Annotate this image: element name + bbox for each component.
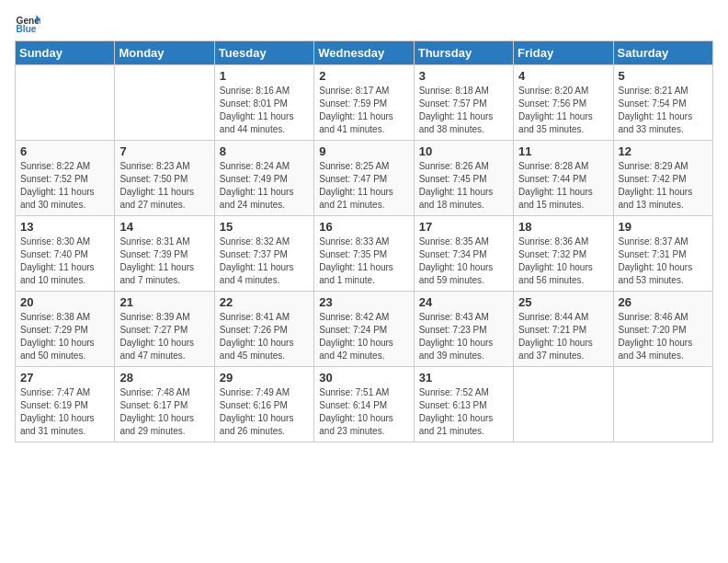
calendar-cell: 20Sunrise: 8:38 AM Sunset: 7:29 PM Dayli… (16, 292, 115, 367)
week-row-1: 1Sunrise: 8:16 AM Sunset: 8:01 PM Daylig… (16, 65, 713, 141)
cell-info: Sunrise: 8:36 AM Sunset: 7:32 PM Dayligh… (518, 236, 608, 287)
cell-info: Sunrise: 7:52 AM Sunset: 6:13 PM Dayligh… (419, 386, 508, 438)
day-number: 29 (220, 371, 309, 385)
cell-info: Sunrise: 8:39 AM Sunset: 7:27 PM Dayligh… (119, 311, 209, 362)
calendar-cell: 30Sunrise: 7:51 AM Sunset: 6:14 PM Dayli… (314, 367, 414, 442)
cell-info: Sunrise: 7:51 AM Sunset: 6:14 PM Dayligh… (319, 386, 408, 438)
calendar-cell (16, 65, 115, 141)
day-number: 28 (119, 371, 209, 385)
day-number: 6 (20, 144, 109, 158)
calendar-cell: 21Sunrise: 8:39 AM Sunset: 7:27 PM Dayli… (115, 292, 214, 367)
week-row-3: 13Sunrise: 8:30 AM Sunset: 7:40 PM Dayli… (16, 216, 713, 292)
calendar-cell: 31Sunrise: 7:52 AM Sunset: 6:13 PM Dayli… (414, 367, 513, 442)
cell-info: Sunrise: 8:17 AM Sunset: 7:59 PM Dayligh… (319, 85, 408, 136)
calendar-cell: 6Sunrise: 8:22 AM Sunset: 7:52 PM Daylig… (16, 141, 115, 216)
calendar-cell: 12Sunrise: 8:29 AM Sunset: 7:42 PM Dayli… (613, 141, 712, 216)
cell-info: Sunrise: 8:33 AM Sunset: 7:35 PM Dayligh… (319, 236, 408, 287)
day-number: 10 (419, 144, 508, 158)
cell-info: Sunrise: 8:37 AM Sunset: 7:31 PM Dayligh… (619, 236, 708, 287)
calendar-cell: 19Sunrise: 8:37 AM Sunset: 7:31 PM Dayli… (613, 216, 712, 292)
calendar-cell: 7Sunrise: 8:23 AM Sunset: 7:50 PM Daylig… (115, 141, 214, 216)
cell-info: Sunrise: 8:23 AM Sunset: 7:50 PM Dayligh… (119, 160, 209, 212)
calendar-cell: 25Sunrise: 8:44 AM Sunset: 7:21 PM Dayli… (514, 292, 613, 367)
cell-info: Sunrise: 7:49 AM Sunset: 6:16 PM Dayligh… (220, 386, 309, 438)
day-number: 3 (419, 69, 508, 83)
cell-info: Sunrise: 8:26 AM Sunset: 7:45 PM Dayligh… (419, 160, 508, 212)
cell-info: Sunrise: 8:32 AM Sunset: 7:37 PM Dayligh… (220, 236, 309, 287)
day-number: 2 (319, 69, 408, 83)
calendar-cell: 1Sunrise: 8:16 AM Sunset: 8:01 PM Daylig… (214, 65, 313, 141)
calendar-cell: 10Sunrise: 8:26 AM Sunset: 7:45 PM Dayli… (414, 141, 513, 216)
calendar: SundayMondayTuesdayWednesdayThursdayFrid… (15, 40, 713, 442)
day-number: 30 (319, 371, 408, 385)
day-header-tuesday: Tuesday (214, 41, 313, 65)
day-number: 24 (419, 295, 508, 309)
week-row-4: 20Sunrise: 8:38 AM Sunset: 7:29 PM Dayli… (16, 292, 713, 367)
day-number: 11 (518, 144, 608, 158)
cell-info: Sunrise: 8:16 AM Sunset: 8:01 PM Dayligh… (220, 85, 309, 136)
calendar-cell: 18Sunrise: 8:36 AM Sunset: 7:32 PM Dayli… (514, 216, 613, 292)
calendar-cell: 9Sunrise: 8:25 AM Sunset: 7:47 PM Daylig… (314, 141, 414, 216)
day-number: 20 (20, 295, 109, 309)
calendar-cell: 23Sunrise: 8:42 AM Sunset: 7:24 PM Dayli… (314, 292, 414, 367)
calendar-cell (514, 367, 613, 442)
calendar-cell: 16Sunrise: 8:33 AM Sunset: 7:35 PM Dayli… (314, 216, 414, 292)
header: General Blue (15, 9, 713, 35)
day-header-friday: Friday (514, 41, 613, 65)
day-number: 27 (20, 371, 109, 385)
day-number: 12 (619, 144, 708, 158)
calendar-cell: 8Sunrise: 8:24 AM Sunset: 7:49 PM Daylig… (214, 141, 313, 216)
logo: General Blue (15, 9, 44, 35)
cell-info: Sunrise: 8:44 AM Sunset: 7:21 PM Dayligh… (518, 311, 608, 362)
calendar-cell: 3Sunrise: 8:18 AM Sunset: 7:57 PM Daylig… (414, 65, 513, 141)
calendar-cell: 4Sunrise: 8:20 AM Sunset: 7:56 PM Daylig… (514, 65, 613, 141)
cell-info: Sunrise: 7:48 AM Sunset: 6:17 PM Dayligh… (119, 386, 209, 438)
day-number: 13 (20, 220, 109, 234)
day-header-wednesday: Wednesday (314, 41, 414, 65)
calendar-cell: 17Sunrise: 8:35 AM Sunset: 7:34 PM Dayli… (414, 216, 513, 292)
cell-info: Sunrise: 8:25 AM Sunset: 7:47 PM Dayligh… (319, 160, 408, 212)
calendar-cell: 22Sunrise: 8:41 AM Sunset: 7:26 PM Dayli… (214, 292, 313, 367)
calendar-cell: 27Sunrise: 7:47 AM Sunset: 6:19 PM Dayli… (16, 367, 115, 442)
day-number: 22 (220, 295, 309, 309)
day-header-saturday: Saturday (613, 41, 712, 65)
cell-info: Sunrise: 8:35 AM Sunset: 7:34 PM Dayligh… (419, 236, 508, 287)
calendar-cell: 28Sunrise: 7:48 AM Sunset: 6:17 PM Dayli… (115, 367, 214, 442)
day-number: 26 (619, 295, 708, 309)
week-row-5: 27Sunrise: 7:47 AM Sunset: 6:19 PM Dayli… (16, 367, 713, 442)
logo-icon: General Blue (15, 9, 40, 35)
day-number: 16 (319, 220, 408, 234)
cell-info: Sunrise: 8:46 AM Sunset: 7:20 PM Dayligh… (619, 311, 708, 362)
cell-info: Sunrise: 8:43 AM Sunset: 7:23 PM Dayligh… (419, 311, 508, 362)
week-row-2: 6Sunrise: 8:22 AM Sunset: 7:52 PM Daylig… (16, 141, 713, 216)
calendar-cell: 26Sunrise: 8:46 AM Sunset: 7:20 PM Dayli… (613, 292, 712, 367)
calendar-cell (115, 65, 214, 141)
cell-info: Sunrise: 8:22 AM Sunset: 7:52 PM Dayligh… (20, 160, 109, 212)
calendar-cell: 5Sunrise: 8:21 AM Sunset: 7:54 PM Daylig… (613, 65, 712, 141)
cell-info: Sunrise: 7:47 AM Sunset: 6:19 PM Dayligh… (20, 386, 109, 438)
day-number: 25 (518, 295, 608, 309)
day-number: 21 (119, 295, 209, 309)
cell-info: Sunrise: 8:21 AM Sunset: 7:54 PM Dayligh… (619, 85, 708, 136)
cell-info: Sunrise: 8:20 AM Sunset: 7:56 PM Dayligh… (518, 85, 608, 136)
day-header-monday: Monday (115, 41, 214, 65)
cell-info: Sunrise: 8:30 AM Sunset: 7:40 PM Dayligh… (20, 236, 109, 287)
day-number: 4 (518, 69, 608, 83)
cell-info: Sunrise: 8:42 AM Sunset: 7:24 PM Dayligh… (319, 311, 408, 362)
cell-info: Sunrise: 8:38 AM Sunset: 7:29 PM Dayligh… (20, 311, 109, 362)
calendar-cell: 15Sunrise: 8:32 AM Sunset: 7:37 PM Dayli… (214, 216, 313, 292)
cell-info: Sunrise: 8:31 AM Sunset: 7:39 PM Dayligh… (119, 236, 209, 287)
day-number: 14 (119, 220, 209, 234)
cell-info: Sunrise: 8:28 AM Sunset: 7:44 PM Dayligh… (518, 160, 608, 212)
calendar-cell: 2Sunrise: 8:17 AM Sunset: 7:59 PM Daylig… (314, 65, 414, 141)
day-number: 23 (319, 295, 408, 309)
calendar-header-row: SundayMondayTuesdayWednesdayThursdayFrid… (16, 41, 713, 65)
day-header-sunday: Sunday (16, 41, 115, 65)
day-number: 17 (419, 220, 508, 234)
day-header-thursday: Thursday (414, 41, 513, 65)
day-number: 1 (220, 69, 309, 83)
day-number: 8 (220, 144, 309, 158)
day-number: 5 (619, 69, 708, 83)
day-number: 31 (419, 371, 508, 385)
svg-text:Blue: Blue (17, 24, 37, 34)
